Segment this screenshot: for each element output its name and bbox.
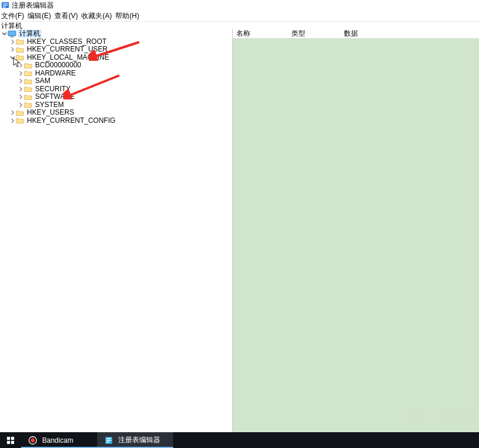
svg-rect-16 xyxy=(106,440,111,441)
folder-icon xyxy=(24,94,32,101)
tree-item-label: HKEY_LOCAL_MACHINE xyxy=(26,54,111,61)
details-header: 名称 类型 数据 xyxy=(233,29,479,39)
tree-item-label: SOFTWARE xyxy=(34,93,76,101)
svg-rect-17 xyxy=(106,442,109,443)
tree-item-label: HKEY_CURRENT_CONFIG xyxy=(26,117,116,125)
folder-icon xyxy=(16,46,24,53)
record-icon xyxy=(28,436,37,445)
chevron-right-icon[interactable] xyxy=(9,110,15,116)
tree-item-label: HKEY_USERS xyxy=(26,109,75,116)
svg-rect-9 xyxy=(11,436,14,439)
start-button[interactable] xyxy=(0,432,21,448)
tree-item-software[interactable]: SOFTWARE xyxy=(0,93,232,101)
folder-icon xyxy=(16,109,24,116)
svg-rect-8 xyxy=(7,436,10,439)
column-header-data[interactable]: 数据 xyxy=(340,29,479,39)
regedit-icon xyxy=(104,436,113,445)
chevron-right-icon[interactable] xyxy=(9,118,15,123)
svg-rect-2 xyxy=(3,5,8,6)
chevron-right-icon[interactable] xyxy=(18,86,23,92)
folder-icon xyxy=(24,101,32,108)
chevron-right-icon[interactable] xyxy=(18,78,23,84)
svg-rect-11 xyxy=(11,440,14,443)
tree-item-label: BCD00000000 xyxy=(34,61,82,69)
svg-point-13 xyxy=(31,438,35,442)
svg-rect-4 xyxy=(8,31,16,36)
taskbar: Bandicam 注册表编辑器 xyxy=(0,432,479,448)
menu-edit[interactable]: 编辑(E) xyxy=(27,11,51,21)
folder-icon xyxy=(24,62,32,69)
tree-root-computer[interactable]: 计算机 xyxy=(0,30,232,38)
tree-root-label: 计算机 xyxy=(18,30,42,37)
svg-rect-3 xyxy=(3,6,6,8)
menu-bar: 文件(F) 编辑(E) 查看(V) 收藏夹(A) 帮助(H) xyxy=(0,11,479,21)
menu-help[interactable]: 帮助(H) xyxy=(115,11,139,21)
tree-item-label: HKEY_CLASSES_ROOT xyxy=(26,38,108,46)
menu-favorites[interactable]: 收藏夹(A) xyxy=(81,11,112,21)
folder-icon xyxy=(24,78,32,85)
folder-icon xyxy=(16,54,24,61)
svg-rect-1 xyxy=(3,4,8,5)
window-title: 注册表编辑器 xyxy=(12,1,54,11)
client-area: 计算机 HKEY_CLASSES_ROOT HKEY_CURRENT_USER … xyxy=(0,29,479,432)
chevron-right-icon[interactable] xyxy=(18,102,23,108)
tree-item-bcd[interactable]: BCD00000000 xyxy=(0,61,232,70)
computer-icon xyxy=(8,30,16,37)
tree-item-security[interactable]: SECURITY xyxy=(0,85,232,94)
tree-item-hkcu[interactable]: HKEY_CURRENT_USER xyxy=(0,46,232,54)
folder-icon xyxy=(16,38,24,45)
chevron-right-icon[interactable] xyxy=(9,39,15,44)
folder-icon xyxy=(24,70,32,77)
svg-rect-15 xyxy=(106,438,111,439)
chevron-down-icon[interactable] xyxy=(1,31,7,37)
tree-panel[interactable]: 计算机 HKEY_CLASSES_ROOT HKEY_CURRENT_USER … xyxy=(0,29,233,432)
tree-item-label: HKEY_CURRENT_USER xyxy=(26,46,109,53)
taskbar-item-regedit[interactable]: 注册表编辑器 xyxy=(97,432,173,448)
folder-icon xyxy=(16,117,24,124)
tree-item-label: SECURITY xyxy=(34,85,72,93)
tree-item-hklm[interactable]: HKEY_LOCAL_MACHINE xyxy=(0,54,232,62)
chevron-right-icon[interactable] xyxy=(18,70,23,76)
chevron-down-icon[interactable] xyxy=(9,54,15,60)
tree-item-sam[interactable]: SAM xyxy=(0,77,232,85)
chevron-right-icon[interactable] xyxy=(9,47,15,53)
chevron-right-icon[interactable] xyxy=(18,94,23,100)
taskbar-item-label: 注册表编辑器 xyxy=(118,435,160,445)
tree-item-label: SYSTEM xyxy=(34,101,65,109)
app-icon xyxy=(1,1,9,9)
details-body[interactable] xyxy=(233,39,479,432)
tree-item-label: HARDWARE xyxy=(34,70,77,77)
tree-item-hku[interactable]: HKEY_USERS xyxy=(0,109,232,117)
folder-icon xyxy=(24,85,32,92)
tree-item-label: SAM xyxy=(34,77,51,85)
taskbar-item-bandicam[interactable]: Bandicam xyxy=(21,432,97,448)
details-panel: 名称 类型 数据 xyxy=(233,29,479,432)
tree-item-hardware[interactable]: HARDWARE xyxy=(0,70,232,78)
column-header-type[interactable]: 类型 xyxy=(288,29,340,39)
taskbar-item-label: Bandicam xyxy=(42,436,73,444)
tree-item-hkcc[interactable]: HKEY_CURRENT_CONFIG xyxy=(0,117,232,125)
chevron-right-icon[interactable] xyxy=(18,63,23,68)
title-bar: 注册表编辑器 xyxy=(0,0,479,11)
tree-item-system[interactable]: SYSTEM xyxy=(0,101,232,109)
column-header-name[interactable]: 名称 xyxy=(233,29,288,39)
menu-file[interactable]: 文件(F) xyxy=(1,11,24,21)
menu-view[interactable]: 查看(V) xyxy=(54,11,78,21)
svg-rect-10 xyxy=(7,440,10,443)
tree-item-hkcr[interactable]: HKEY_CLASSES_ROOT xyxy=(0,38,232,46)
